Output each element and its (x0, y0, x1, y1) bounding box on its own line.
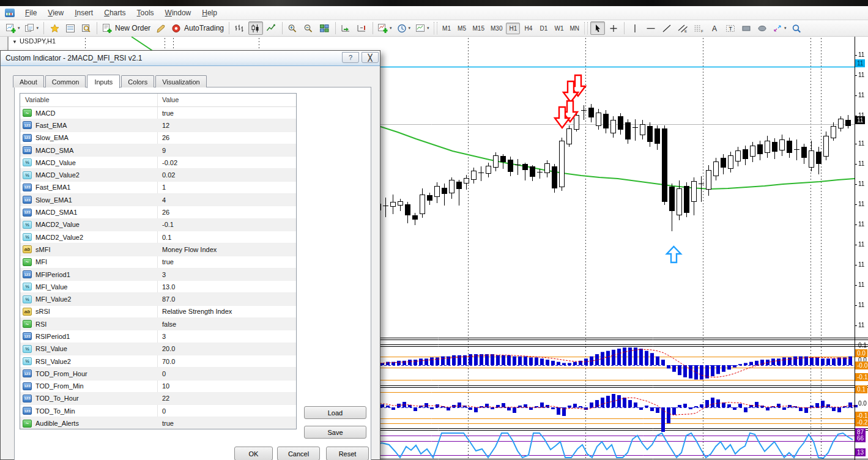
data-window-button[interactable] (63, 21, 78, 35)
variable-value[interactable]: 12 (162, 122, 169, 129)
toolbar-drag-handle[interactable] (584, 22, 588, 34)
indicators-button[interactable]: ▾ (376, 21, 394, 35)
variable-value[interactable]: 87.0 (162, 295, 175, 303)
timeframe-m1-button[interactable]: M1 (440, 23, 454, 34)
variable-value[interactable]: 13.0 (162, 283, 175, 291)
equidistant-channel-button[interactable]: E (675, 21, 690, 35)
text-label-button[interactable]: T (723, 21, 738, 35)
dialog-titlebar[interactable]: Custom Indicator - 2MACD_MFI_RSI v2.1 (1, 51, 380, 66)
tab-visualization[interactable]: Visualization (155, 75, 207, 87)
timeframe-mn-button[interactable]: MN (567, 23, 582, 34)
table-row-smfi[interactable]: absMFIMoney Flow Index (20, 243, 296, 256)
vertical-line-button[interactable] (628, 21, 642, 35)
variable-value[interactable]: 20.0 (162, 345, 175, 352)
variable-value[interactable]: 10 (162, 382, 169, 390)
variable-value[interactable]: true (162, 109, 174, 117)
variable-value[interactable]: Relative Strength Index (162, 308, 232, 315)
table-row-macd2_value2[interactable]: ½MACD2_Value20.1 (20, 231, 296, 243)
fibonacci-retracement-button[interactable]: F (691, 21, 706, 35)
text-button[interactable]: A (707, 21, 722, 35)
templates-button[interactable]: ▾ (414, 21, 431, 35)
table-row-mfiperiod1[interactable]: 123MFIPeriod13 (20, 269, 296, 281)
variable-value[interactable]: 0.1 (162, 234, 171, 241)
tab-about[interactable]: About (13, 75, 44, 87)
dropdown-caret-icon[interactable]: ▾ (18, 26, 20, 31)
table-row-macd[interactable]: ~MACDtrue (20, 107, 296, 119)
tab-inputs[interactable]: Inputs (87, 75, 120, 88)
crosshair-button[interactable] (606, 21, 621, 35)
table-row-mfi[interactable]: ~MFItrue (20, 256, 296, 269)
table-row-slow_ema[interactable]: 123Slow_EMA26 (20, 132, 296, 144)
table-row-macd_value[interactable]: ½MACD_Value-0.02 (20, 157, 296, 169)
table-row-audible_alerts[interactable]: ~Audible_Alertstrue (20, 417, 296, 429)
menu-charts[interactable]: Charts (98, 7, 131, 19)
trendline-button[interactable] (659, 21, 674, 35)
autotrading-button[interactable]: AutoTrading (169, 21, 226, 35)
timeframe-m5-button[interactable]: M5 (455, 23, 469, 34)
variable-value[interactable]: 4 (162, 196, 166, 204)
variable-value[interactable]: true (162, 420, 174, 427)
variable-value[interactable]: 22 (162, 395, 169, 402)
navigator-button[interactable] (79, 21, 94, 35)
variable-value[interactable]: 70.0 (162, 358, 175, 365)
variable-value[interactable]: 3 (162, 333, 166, 340)
variable-value[interactable]: true (162, 258, 174, 265)
horizontal-line-button[interactable] (644, 21, 658, 35)
variable-value[interactable]: -0.02 (162, 159, 177, 166)
menu-view[interactable]: View (42, 7, 69, 19)
dropdown-caret-icon[interactable]: ▾ (409, 26, 411, 31)
dropdown-caret-icon[interactable]: ▾ (427, 26, 429, 31)
cursor-button[interactable] (590, 21, 605, 35)
table-row-macd_value2[interactable]: ½MACD_Value20.02 (20, 169, 296, 181)
table-row-rsi_value2[interactable]: ½RSI_Value270.0 (20, 355, 296, 368)
menu-tools[interactable]: Tools (132, 7, 160, 19)
tab-common[interactable]: Common (45, 75, 86, 87)
menu-window[interactable]: Window (160, 7, 197, 19)
table-row-srsi[interactable]: absRSIRelative Strength Index (20, 306, 296, 318)
variable-value[interactable]: 0.02 (162, 171, 175, 179)
toolbar-drag-handle[interactable] (434, 22, 437, 34)
cancel-button[interactable]: Cancel (277, 447, 320, 460)
close-button[interactable]: ╳ (362, 52, 379, 63)
rectangle-button[interactable] (739, 21, 754, 35)
chart-shift-button[interactable] (355, 21, 369, 35)
table-row-rsi[interactable]: ~RSIfalse (20, 318, 296, 330)
timeframe-m15-button[interactable]: M15 (470, 23, 487, 34)
market-watch-button[interactable] (47, 21, 62, 35)
table-row-rsiperiod1[interactable]: 123RSIPeriod13 (20, 330, 296, 343)
auto-scroll-button[interactable] (339, 21, 354, 35)
variable-value[interactable]: 9 (162, 147, 166, 154)
menu-help[interactable]: Help (196, 7, 223, 19)
zoom-out-button[interactable] (302, 21, 316, 35)
variable-value[interactable]: 26 (162, 209, 169, 216)
variable-value[interactable]: 3 (162, 271, 166, 278)
table-row-mfi_value[interactable]: ½MFI_Value13.0 (20, 281, 296, 293)
load-button[interactable]: Load (304, 406, 366, 419)
variable-value[interactable]: false (162, 321, 176, 328)
variable-value[interactable]: 26 (162, 134, 169, 141)
chart-symbol-label[interactable]: ▼USDJPY,H1 (12, 37, 56, 45)
variable-value[interactable]: 0 (162, 370, 166, 377)
dropdown-caret-icon[interactable]: ▾ (784, 26, 787, 31)
table-row-macd_sma1[interactable]: 123MACD_SMA126 (20, 206, 296, 218)
periods-button[interactable]: ▾ (395, 21, 413, 35)
table-row-tod_to_min[interactable]: 123TOD_To_Min0 (20, 405, 296, 417)
variable-value[interactable]: 1 (162, 184, 166, 191)
table-row-tod_to_hour[interactable]: 123TOD_To_Hour22 (20, 393, 296, 405)
chart-line-button[interactable] (264, 21, 279, 35)
timeframe-d1-button[interactable]: D1 (536, 23, 551, 34)
save-button[interactable]: Save (304, 426, 366, 439)
reset-button[interactable]: Reset (326, 447, 369, 460)
menu-file[interactable]: File (20, 7, 42, 19)
table-row-tod_from_hour[interactable]: 123TOD_From_Hour0 (20, 368, 296, 380)
dropdown-caret-icon[interactable]: ▾ (37, 26, 39, 31)
chart-bars-button[interactable] (232, 21, 247, 35)
tab-colors[interactable]: Colors (121, 75, 154, 87)
ellipse-button[interactable] (755, 21, 770, 35)
new-order-button[interactable]: New Order (100, 21, 152, 35)
search-button[interactable] (790, 21, 804, 35)
table-row-macd_sma[interactable]: 123MACD_SMA9 (20, 144, 296, 157)
variable-value[interactable]: 0 (162, 407, 166, 415)
table-row-macd2_value[interactable]: ½MACD2_Value-0.1 (20, 219, 296, 231)
table-row-fast_ema1[interactable]: 123Fast_EMA11 (20, 182, 296, 194)
